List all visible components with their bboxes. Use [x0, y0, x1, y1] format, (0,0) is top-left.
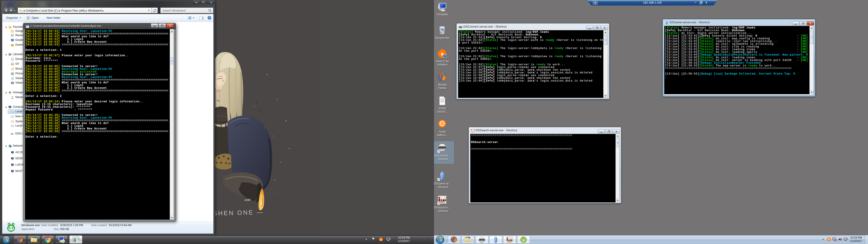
- svg-text:FINAL FANTASY XI: FINAL FANTASY XI: [478, 240, 485, 240]
- svg-text:git: git: [11, 63, 13, 65]
- svg-text:?: ?: [209, 17, 210, 19]
- svg-text:FINAL FANTASY XI: FINAL FANTASY XI: [438, 146, 447, 148]
- svg-text:ASB!: ASB!: [244, 198, 251, 202]
- svg-text:a: a: [380, 238, 382, 241]
